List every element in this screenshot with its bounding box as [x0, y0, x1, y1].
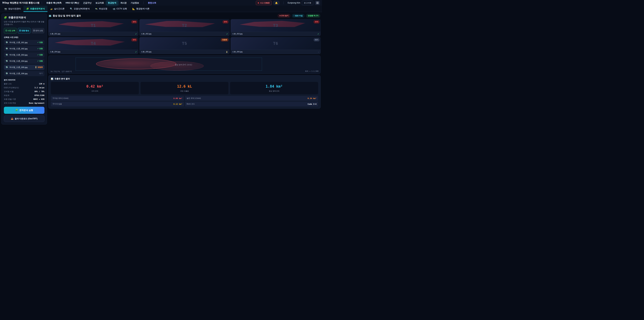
nav-item-oil-spread[interactable]: 유출유 확산예측	[44, 1, 64, 5]
step-indicator: ① 사진 선택 ② 정합·합성 ③ 면적 산정	[4, 28, 44, 34]
detail-label: Bonn 코드	[187, 103, 195, 105]
notifications-button[interactable]: 🔔	[273, 1, 280, 5]
file-status: 대기	[39, 72, 43, 75]
logout-button[interactable]: 로그아웃	[302, 1, 313, 5]
detail-label: 무지개 빛깔	[52, 103, 62, 105]
oil-slick-ellipse-small	[150, 61, 204, 71]
run-label: 면적분석 실행	[19, 109, 33, 112]
detail-value: 0.12 km²	[174, 103, 182, 105]
tab-realtime-drone[interactable]: 🚁 실시간드론	[48, 6, 67, 12]
stat-label: 추정 유출량	[140, 90, 228, 92]
file-item[interactable]: 🛸 여수항_드론_005.jpg ⏳ 정합중	[4, 65, 44, 70]
tile-footer: 드론_006.jpg –	[231, 50, 320, 54]
tile-footer: 드론_002.jpg ✓	[140, 32, 229, 36]
step-align-merge[interactable]: ② 정합·합성	[18, 28, 31, 34]
tab-pollution-ship-3d[interactable]: 🔍 오염/선박3D분석	[67, 6, 92, 12]
check-icon: ✓	[135, 51, 137, 53]
detail-row-bonn-code: Bonn 코드 Code 3~4	[185, 102, 318, 106]
legend: ■ 유막 탐지 □ 원본 타일 정합률 96.2%	[278, 14, 320, 18]
param-value: 80% / 70%	[34, 91, 44, 93]
download-geotiff-button[interactable]: 📥 결과 다운로드 (GeoTIFF)	[4, 115, 44, 122]
legend-oil-detect[interactable]: ■ 유막 탐지	[278, 14, 290, 18]
camera-icon: 📷	[4, 8, 7, 10]
nav-item-hns[interactable]: HNS·대기확산	[64, 1, 81, 5]
param-value: EPSG:5186	[34, 94, 44, 97]
tile-filename: 드론_002.jpg	[141, 33, 151, 35]
coordinates-readout: 34.7312°N, 127.6845°E	[50, 71, 72, 73]
hourglass-icon: ⏳	[226, 51, 228, 53]
tab-label: 유출유면적분석	[30, 8, 45, 10]
puzzle-icon: 🧩	[26, 8, 29, 10]
tab-label: 오염/선박3D분석	[74, 8, 90, 10]
divider	[42, 2, 42, 4]
step-photo-select[interactable]: ① 사진 선택	[4, 28, 17, 34]
check-icon: ✓	[135, 33, 137, 35]
puzzle-icon: 🧩	[4, 16, 7, 19]
param-value: NDVI + NIR	[33, 98, 44, 100]
file-status: ✓ 정합	[37, 41, 43, 44]
nav-item-aerial-search[interactable]: 항공탐색	[106, 1, 118, 5]
step-area-calc[interactable]: ③ 면적 산정	[32, 28, 44, 34]
nav-item-reports[interactable]: 보고자료	[94, 1, 106, 5]
tile-t1[interactable]: T1 유막 드론_001.jpg ✓	[48, 19, 138, 36]
incident-status-badge[interactable]: 사고 진행중	[256, 1, 272, 5]
tile-t5[interactable]: T5 정합중 드론_005.jpg ⏳	[139, 37, 230, 54]
nav-item-integrated-search[interactable]: 통합조회	[146, 1, 158, 5]
param-label: GSD (지상해상도)	[4, 86, 19, 89]
tile-filename: 드론_004.jpg	[50, 51, 60, 53]
tile-footer: 드론_005.jpg ⏳	[140, 50, 229, 54]
tab-cctv[interactable]: 📹 CCTV 조회	[110, 6, 130, 12]
drone-icon: 🛸	[6, 66, 8, 69]
user-name: Eunjeong Kim	[288, 2, 300, 4]
puzzle-icon: 🧩	[15, 109, 18, 111]
main-panel: 🗺️ 합성 영상 및 유막 탐지 결과 ■ 유막 탐지 □ 원본 타일 정합률 …	[48, 14, 321, 109]
app-title: 해양환경 위기대응 통합시스템	[10, 1, 40, 4]
tile-t3[interactable]: T3 유막 드론_003.jpg ✓	[230, 19, 321, 36]
tile-t4[interactable]: T4 유막 드론_004.jpg ✓	[48, 37, 138, 54]
bar-chart-icon: 📊	[51, 78, 53, 80]
tab-photo-management[interactable]: 📷 영상사진관리	[2, 6, 24, 12]
tab-oil-area-analysis[interactable]: 🧩 유출유면적분석	[24, 6, 48, 12]
param-row: 오버랩 비율 80% / 70%	[4, 90, 44, 93]
stat-spill-volume: 12.6 kL 추정 유출량	[140, 82, 228, 94]
file-item[interactable]: 🛸 여수항_드론_002.jpg ✓ 정합	[4, 46, 44, 51]
drone-icon: 🛸	[6, 54, 8, 56]
file-item[interactable]: 🛸 여수항_드론_003.jpg ✓ 정합	[4, 52, 44, 58]
stat-value: 0.42 km²	[51, 84, 139, 88]
magnifier-icon: 🔍	[70, 8, 72, 10]
nav-item-rescue[interactable]: 긴급구난	[81, 1, 94, 5]
satellite-icon: 🛰️	[95, 8, 98, 10]
nav-item-weather[interactable]: 기상정보	[129, 1, 141, 5]
tile-image: T1 유막	[48, 19, 138, 32]
tile-t6[interactable]: T6 대기 드론_006.jpg –	[230, 37, 321, 54]
file-item[interactable]: 🛸 여수항_드론_006.jpg 대기	[4, 71, 44, 76]
tab-satellite-request[interactable]: 🛰️ 위성요청	[92, 6, 110, 12]
tile-t2[interactable]: T2 유막 드론_002.jpg ✓	[139, 19, 230, 36]
results-panel: 📊 유출유 분석 결과 0.42 km² 유막 면적 12.6 kL 추정 유출…	[48, 75, 321, 109]
param-label: 유종 판별 기준	[4, 98, 16, 101]
legend-original-tile[interactable]: □ 원본 타일	[292, 14, 304, 18]
tile-id: T5	[140, 37, 229, 50]
tile-id: T6	[231, 37, 320, 50]
top-navigation: Wing 해양환경 위기대응 통합시스템 유출유 확산예측 HNS·대기확산 긴…	[0, 0, 322, 6]
composite-map[interactable]: 합성 영역 (3×2 그리드) 34.7312°N, 127.6845°E 축척…	[48, 55, 321, 74]
file-item[interactable]: 🛸 여수항_드론_004.jpg ✓ 정합	[4, 59, 44, 64]
stat-label: 합성 영역 면적	[230, 90, 318, 92]
stat-value: 1.84 km²	[230, 84, 318, 88]
tile-footer: 드론_001.jpg ✓	[48, 32, 138, 36]
detail-label: 얇은 유막 (<1mm)	[187, 97, 201, 100]
run-area-analysis-button[interactable]: 🧩 면적분석 실행	[4, 107, 44, 114]
detail-row-thin-slick: 얇은 유막 (<1mm) 0.34 km²	[185, 96, 318, 101]
tile-id: T4	[48, 37, 138, 50]
file-item[interactable]: 🛸 여수항_드론_001.jpg ✓ 정합	[4, 40, 44, 45]
tile-id: T3	[231, 19, 320, 32]
tile-id: T1	[48, 19, 138, 32]
menu-icon[interactable]	[315, 1, 320, 5]
merge-area-label: 합성 영역 (3×2 그리드)	[175, 64, 192, 66]
tile-filename: 드론_003.jpg	[232, 33, 242, 35]
nav-item-board[interactable]: 게시판	[118, 1, 129, 5]
topnav-right: 사고 진행중 🔔 Eunjeong Kim 로그아웃	[256, 1, 320, 5]
video-camera-icon: 📹	[113, 8, 116, 10]
tile-image: T3 유막	[231, 19, 320, 32]
tab-aerial-theory[interactable]: 📐 항공탐색 이론	[130, 6, 152, 12]
